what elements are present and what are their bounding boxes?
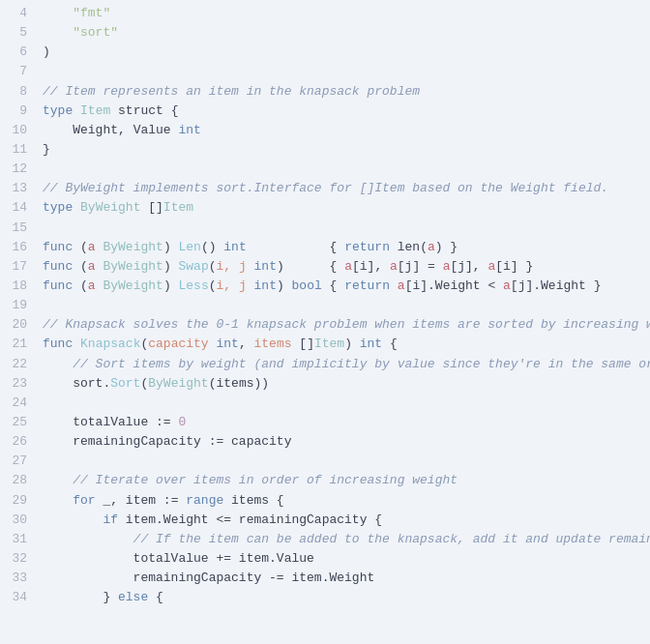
line-number: 5 <box>0 23 27 43</box>
line-number: 6 <box>0 43 27 62</box>
code-line: 4 "fmt" <box>0 4 650 23</box>
line-number: 13 <box>0 179 27 198</box>
line-content: for _, item := range items { <box>43 491 642 511</box>
line-number: 10 <box>0 121 27 140</box>
line-number: 12 <box>0 160 27 179</box>
code-line: 25 totalValue := 0 <box>0 413 650 432</box>
code-line: 15 <box>0 219 650 238</box>
line-content: totalValue := 0 <box>43 413 642 432</box>
line-content: ) <box>43 43 642 62</box>
line-number: 21 <box>0 335 27 354</box>
code-line: 19 <box>0 296 650 315</box>
code-line: 27 <box>0 452 650 471</box>
line-content: func (a ByWeight) Len() int { return len… <box>43 238 642 257</box>
line-content: // Knapsack solves the 0-1 knapsack prob… <box>43 315 650 335</box>
line-content: } <box>43 140 642 160</box>
line-number: 23 <box>0 374 27 394</box>
code-line: 29 for _, item := range items { <box>0 491 650 511</box>
line-content: func Knapsack(capacity int, items []Item… <box>43 335 642 354</box>
line-content: // If the item can be added to the knaps… <box>43 530 650 549</box>
code-line: 34 } else { <box>0 588 650 607</box>
line-content: func (a ByWeight) Swap(i, j int) { a[i],… <box>43 257 642 277</box>
line-number: 9 <box>0 102 27 121</box>
line-content: // Item represents an item in the knapsa… <box>43 82 642 102</box>
line-number: 4 <box>0 4 27 23</box>
code-line: 32 totalValue += item.Value <box>0 549 650 569</box>
line-content: // Sort items by weight (and implicitly … <box>43 355 650 374</box>
line-number: 24 <box>0 394 27 413</box>
code-line: 8// Item represents an item in the knaps… <box>0 82 650 102</box>
line-number: 7 <box>0 62 27 81</box>
code-line: 14type ByWeight []Item <box>0 198 650 218</box>
line-number: 30 <box>0 511 27 530</box>
line-content: type Item struct { <box>43 102 642 121</box>
code-line: 16func (a ByWeight) Len() int { return l… <box>0 238 650 257</box>
line-number: 27 <box>0 452 27 471</box>
line-content: // ByWeight implements sort.Interface fo… <box>43 179 642 198</box>
line-content: type ByWeight []Item <box>43 198 642 218</box>
line-number: 33 <box>0 569 27 588</box>
line-content: func (a ByWeight) Less(i, j int) bool { … <box>43 277 642 296</box>
code-editor: 4 "fmt"5 "sort"6)78// Item represents an… <box>0 0 650 644</box>
line-content: remainingCapacity -= item.Weight <box>43 569 642 588</box>
line-number: 28 <box>0 471 27 490</box>
line-content: "sort" <box>43 23 642 43</box>
line-number: 22 <box>0 355 27 374</box>
line-number: 18 <box>0 277 27 296</box>
line-number: 16 <box>0 238 27 257</box>
code-line: 17func (a ByWeight) Swap(i, j int) { a[i… <box>0 257 650 277</box>
code-line: 26 remainingCapacity := capacity <box>0 432 650 452</box>
code-line: 5 "sort" <box>0 23 650 43</box>
line-number: 11 <box>0 140 27 160</box>
code-line: 24 <box>0 394 650 413</box>
line-number: 14 <box>0 198 27 218</box>
code-line: 10 Weight, Value int <box>0 121 650 140</box>
code-line: 12 <box>0 160 650 179</box>
line-content: remainingCapacity := capacity <box>43 432 642 452</box>
line-content: sort.Sort(ByWeight(items)) <box>43 374 642 394</box>
line-number: 32 <box>0 549 27 569</box>
code-line: 9type Item struct { <box>0 102 650 121</box>
line-content: Weight, Value int <box>43 121 642 140</box>
code-line: 11} <box>0 140 650 160</box>
line-content: // Iterate over items in order of increa… <box>43 471 642 490</box>
code-line: 6) <box>0 43 650 62</box>
line-number: 34 <box>0 588 27 607</box>
code-line: 28 // Iterate over items in order of inc… <box>0 471 650 490</box>
code-line: 18func (a ByWeight) Less(i, j int) bool … <box>0 277 650 296</box>
line-number: 31 <box>0 530 27 549</box>
line-content: totalValue += item.Value <box>43 549 642 569</box>
code-line: 13// ByWeight implements sort.Interface … <box>0 179 650 198</box>
line-number: 26 <box>0 432 27 452</box>
code-line: 20// Knapsack solves the 0-1 knapsack pr… <box>0 315 650 335</box>
line-content: } else { <box>43 588 642 607</box>
code-line: 33 remainingCapacity -= item.Weight <box>0 569 650 588</box>
line-number: 20 <box>0 315 27 335</box>
line-content: "fmt" <box>43 4 642 23</box>
line-number: 19 <box>0 296 27 315</box>
line-content: if item.Weight <= remainingCapacity { <box>43 511 642 530</box>
code-line: 22 // Sort items by weight (and implicit… <box>0 355 650 374</box>
line-number: 15 <box>0 219 27 238</box>
line-number: 17 <box>0 257 27 277</box>
line-number: 25 <box>0 413 27 432</box>
code-line: 30 if item.Weight <= remainingCapacity { <box>0 511 650 530</box>
code-line: 21func Knapsack(capacity int, items []It… <box>0 335 650 354</box>
code-line: 7 <box>0 62 650 81</box>
code-line: 31 // If the item can be added to the kn… <box>0 530 650 549</box>
line-number: 8 <box>0 82 27 102</box>
code-line: 23 sort.Sort(ByWeight(items)) <box>0 374 650 394</box>
line-number: 29 <box>0 491 27 511</box>
